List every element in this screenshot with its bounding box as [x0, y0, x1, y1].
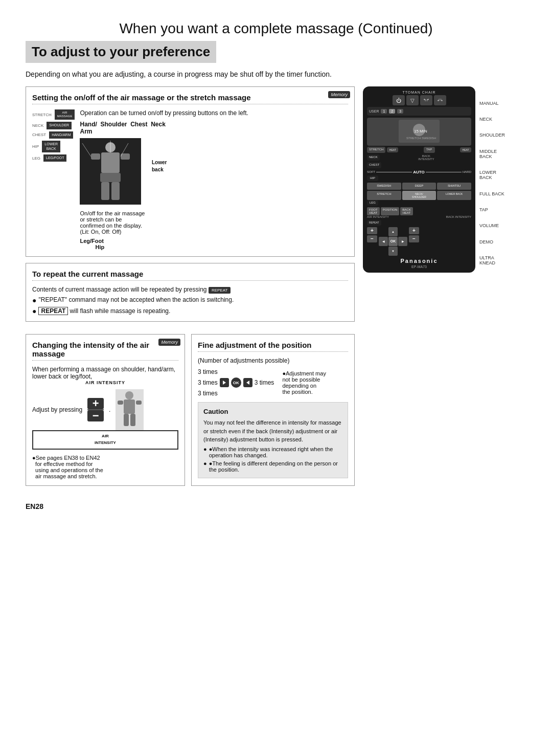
- swedish-btn[interactable]: SWEDISH: [367, 183, 401, 189]
- intensity-intro: When performing a massage on shoulder, h…: [32, 366, 178, 380]
- legfoot-btn[interactable]: LEG/FOOT: [43, 154, 66, 162]
- remote-display: 15 MIN STRETCH SWEDISH: [367, 118, 471, 146]
- leg-side-btn[interactable]: LEG: [367, 200, 378, 206]
- svg-text:SWEDISH: SWEDISH: [422, 137, 436, 140]
- side-middle-back: MIDDLEBACK: [479, 149, 505, 159]
- recline-button[interactable]: ▽: [406, 95, 419, 105]
- air-section-content: STRETCH AIRMASSAGE NECK SHOULDER CHEST H…: [32, 109, 348, 250]
- times-1: 3 times: [198, 368, 274, 375]
- repeat-section-title: To repeat the current massage: [32, 270, 348, 281]
- user-label: USER: [369, 109, 379, 113]
- back-intensity-remote-label: BACK INTENSITY: [446, 215, 471, 218]
- repeat-row: REPEAT: [367, 220, 471, 226]
- user-num-2[interactable]: 2: [389, 109, 395, 114]
- lowerback-btn[interactable]: LOWERBACK: [42, 141, 60, 152]
- hip-side-btn[interactable]: HIP: [367, 175, 378, 182]
- number-text: (Number of adjustments possible): [198, 357, 348, 364]
- back-heat-btn[interactable]: BACKHEAT: [400, 207, 412, 215]
- auto-row: SOFT AUTO HARD: [367, 170, 471, 174]
- model-number: EP-MA73: [367, 265, 471, 269]
- handarm-btn[interactable]: HAND/ARM: [49, 131, 73, 139]
- deep-btn[interactable]: DEEP: [402, 183, 436, 189]
- svg-text:STRETCH: STRETCH: [406, 137, 421, 140]
- air-intensity-label: AIR INTENSITY: [32, 380, 178, 385]
- see-pages: ●See pages EN38 to EN42 for effective me…: [32, 455, 178, 479]
- caution-bullet-2: ● ●The feeling is different depending on…: [203, 460, 342, 473]
- intensity-title: Changing the intensity of the air massag…: [32, 341, 178, 361]
- adjust-text: Adjust by pressing: [32, 406, 82, 413]
- bottom-row: Changing the intensity of the air massag…: [26, 334, 355, 486]
- stretch-label: STRETCH: [32, 113, 52, 117]
- stretch-mode-btn[interactable]: STRETCH: [367, 191, 401, 200]
- minus-btn-large[interactable]: −: [87, 410, 104, 421]
- neck-shoulder-btn[interactable]: NECK/SHOULDER: [402, 191, 436, 200]
- intensity-dot: .: [109, 406, 110, 413]
- power-button[interactable]: ⏻: [393, 95, 405, 105]
- svg-rect-13: [124, 399, 135, 414]
- hip-label-side: HIP: [32, 144, 39, 149]
- heat-btn-1[interactable]: HEAT: [387, 147, 398, 153]
- tap-btn[interactable]: TAP: [424, 147, 435, 153]
- bullet-2: ● REPEAT will flash while massage is rep…: [32, 307, 348, 315]
- intensity-content: When performing a massage on shoulder, h…: [32, 366, 178, 479]
- right-column: TTOMAN CHAIR ⏻ ▽ ↰↱ ↲↳ USER 1 2 3: [363, 86, 526, 510]
- side-volume: VOLUME: [479, 223, 505, 228]
- memory-badge-air: Memory: [328, 91, 350, 98]
- ottoman-down-btn[interactable]: ↲↳: [434, 95, 446, 105]
- down-btn[interactable]: ▼: [388, 247, 398, 256]
- shiatsu-btn[interactable]: SHIATSU: [437, 183, 471, 189]
- neck-label: NECK: [32, 123, 43, 128]
- up-btn[interactable]: ▲: [388, 227, 398, 236]
- stretch-btn[interactable]: STRETCH: [367, 147, 385, 153]
- repeat-highlight: REPEAT: [38, 307, 68, 315]
- right-btn[interactable]: ▶: [398, 237, 407, 246]
- right-minus-btn[interactable]: −: [409, 235, 419, 242]
- side-shoulder: SHOULDER: [479, 132, 505, 138]
- ok-row: 3 times OK 3 times: [198, 377, 274, 388]
- neck-side-btn[interactable]: NECK: [367, 154, 380, 161]
- chest-side-btn[interactable]: CHEST: [367, 162, 381, 168]
- ok-button-inline[interactable]: OK: [231, 377, 241, 388]
- left-plus-btn[interactable]: +: [367, 227, 377, 234]
- caution-bullet-dot-2: ●: [203, 460, 207, 466]
- intensity-labels-row: AIR INTENSITY BACK INTENSITY: [367, 215, 471, 218]
- leg-row: LEG: [367, 200, 471, 206]
- caution-bullet-1: ● ●When the intensity was increased righ…: [203, 446, 342, 458]
- left-btn[interactable]: ◀: [379, 237, 388, 246]
- air-int-box: AIRINTENSITY: [32, 430, 178, 450]
- side-full-back: FULL BACK: [479, 191, 505, 196]
- btn-row-5: LEG LEG/FOOT: [32, 154, 75, 162]
- left-minus-btn[interactable]: −: [367, 235, 377, 242]
- ottoman-up-btn[interactable]: ↰↱: [420, 95, 432, 105]
- chest-label-side: CHEST: [32, 132, 46, 137]
- lower-back-label: Lowerback: [152, 159, 167, 173]
- right-plus-btn[interactable]: +: [409, 227, 419, 234]
- ok-cross: ▲ ◀ OK ▶ ▼: [379, 227, 407, 256]
- repeat-remote-btn[interactable]: REPEAT: [367, 220, 381, 226]
- user-num-3[interactable]: 3: [397, 109, 403, 114]
- left-plus-minus: + −: [367, 227, 377, 256]
- position-btn[interactable]: POSITION: [381, 207, 400, 215]
- remote-area: TTOMAN CHAIR ⏻ ▽ ↰↱ ↲↳ USER 1 2 3: [363, 86, 526, 273]
- lower-back-mode-btn[interactable]: LOWER BACK: [437, 191, 471, 200]
- ok-btn[interactable]: OK: [388, 237, 398, 246]
- repeat-section: To repeat the current massage Contents o…: [26, 263, 355, 322]
- btn-row-3: CHEST HAND/ARM: [32, 131, 75, 139]
- arrow-line-right: [426, 172, 462, 172]
- air-intensity-remote-label: AIR INTENSITY: [367, 215, 389, 218]
- plus-minus-large: + −: [87, 398, 104, 421]
- positions-row: FOOTHEAT POSITION BACKHEAT: [367, 207, 471, 215]
- foot-heat-btn[interactable]: FOOTHEAT: [367, 207, 380, 215]
- heat-btn-2[interactable]: HEAT: [460, 147, 471, 153]
- times-3: 3 times: [198, 390, 274, 397]
- svg-rect-6: [101, 182, 109, 200]
- svg-point-12: [125, 391, 133, 399]
- air-massage-btn[interactable]: AIRMASSAGE: [55, 109, 75, 120]
- plus-btn-large[interactable]: +: [87, 398, 104, 409]
- shoulder-btn[interactable]: SHOULDER: [47, 122, 72, 129]
- page-number: EN28: [26, 502, 355, 510]
- user-num-1[interactable]: 1: [381, 109, 387, 114]
- intensity-row: Adjust by pressing + − .: [32, 389, 178, 430]
- body-diagram: [80, 138, 141, 205]
- leg-label-side: LEG: [32, 156, 40, 161]
